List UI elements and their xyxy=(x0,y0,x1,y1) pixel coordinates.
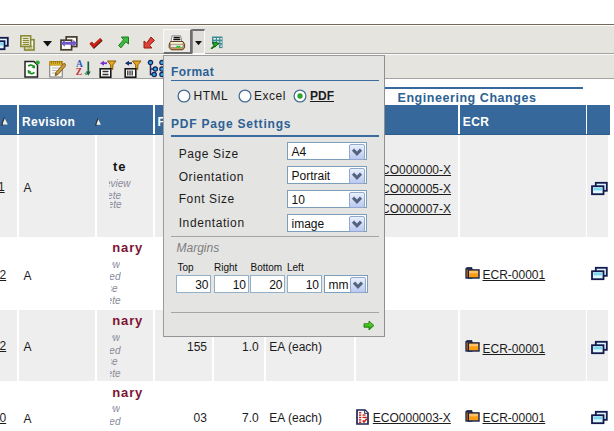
svg-text:Z: Z xyxy=(76,67,82,77)
